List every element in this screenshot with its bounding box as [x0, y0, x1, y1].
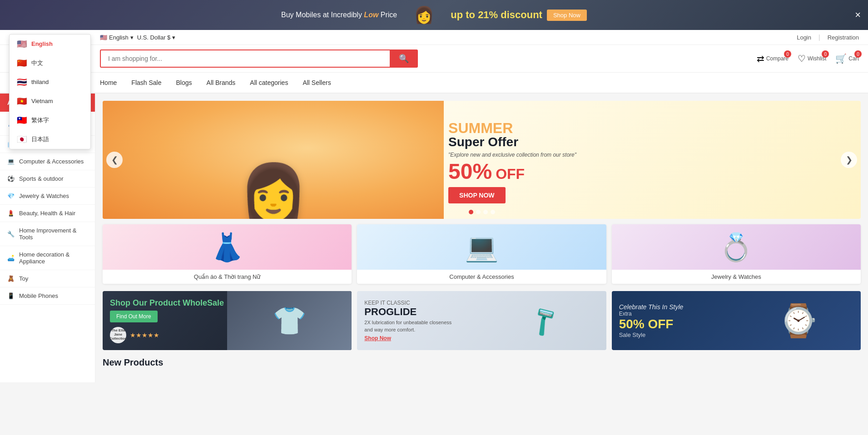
registration-link[interactable]: Registration: [828, 34, 859, 41]
cat-image-women: 👗: [103, 224, 352, 270]
close-banner-button[interactable]: ×: [855, 9, 861, 21]
lang-option-chinese[interactable]: 🇨🇳 中文: [10, 54, 90, 73]
banner-shop-now-button[interactable]: Shop Now: [547, 10, 587, 21]
promo-wholesale-text: Shop Our Product WholeSale Find Out More…: [103, 291, 231, 350]
new-products-title: New Products: [103, 357, 861, 368]
lang-currency-area: 🇺🇸 English 🇨🇳 中文 🇹🇭 thiland 🇻🇳 Vietnam 🇹…: [9, 34, 175, 41]
lang-label-traditional: 繁体字: [31, 116, 49, 124]
rating-stars: ★★★★★: [130, 331, 159, 339]
nav-home[interactable]: Home: [100, 73, 117, 93]
sidebar-item-beauty[interactable]: 💄 Beauty, Health & Hair: [0, 205, 95, 222]
sidebar-item-home-decoration[interactable]: 🛋️ Home decoration & Appliance: [0, 246, 95, 270]
slider-dot-3[interactable]: [483, 210, 488, 214]
currency-selector-button[interactable]: U.S. Dollar $ ▾: [137, 34, 176, 41]
lang-option-thailand[interactable]: 🇹🇭 thiland: [10, 73, 90, 92]
sidebar-label-mobile: Mobile Phones: [19, 292, 58, 299]
slider-prev-button[interactable]: ❮: [106, 152, 123, 168]
banner-text: Buy Mobiles at Incredibly Low Price: [281, 11, 397, 19]
slider-dot-4[interactable]: [491, 210, 495, 214]
search-input[interactable]: [100, 49, 390, 68]
banner-shop-now-button[interactable]: SHOP NOW: [448, 187, 506, 203]
sidebar-label-jewelry: Jewelry & Watches: [19, 193, 69, 199]
category-card-computer[interactable]: 💻 Computer & Accessories: [357, 224, 606, 284]
sidebar-item-toy[interactable]: 🧸 Toy: [0, 270, 95, 287]
cart-icon: 🛒: [835, 53, 847, 64]
brand-badge: The Ella Jane Collection: [110, 327, 126, 343]
language-selector-button[interactable]: 🇺🇸 English ▾: [100, 34, 134, 41]
category-card-jewelry[interactable]: 💍 Jewelry & Watches: [612, 224, 861, 284]
flag-cn: 🇨🇳: [17, 58, 27, 68]
sports-icon: ⚽: [7, 175, 15, 182]
razor-desc1: 2X lubrication for unbeatable closeness: [364, 320, 451, 325]
home-improvement-icon: 🔧: [7, 231, 15, 237]
banner-image-area: 👩: [103, 101, 444, 219]
sidebar-item-sports[interactable]: ⚽ Sports & outdoor: [0, 170, 95, 188]
razor-brand: PROGLIDE: [364, 306, 451, 318]
compare-badge: 0: [784, 50, 791, 58]
wishlist-icon: ♡: [798, 53, 806, 64]
jewelry-icon: 💎: [7, 193, 15, 199]
category-card-women[interactable]: 👗 Quần áo & Thời trang Nữ: [103, 224, 352, 284]
search-button[interactable]: 🔍: [390, 49, 418, 68]
banner-slider: 👩 SUMMER Super Offer "Explore new and ex…: [103, 101, 861, 219]
sidebar-label-computer: Computer & Accessories: [19, 158, 84, 165]
lang-label-vietnam: Vietnam: [31, 98, 53, 104]
find-out-button[interactable]: Find Out More: [110, 311, 158, 322]
lang-option-english[interactable]: 🇺🇸 English: [10, 35, 90, 54]
cat-label-jewelry: Jewelry & Watches: [612, 270, 861, 284]
language-dropdown: 🇺🇸 English 🇨🇳 中文 🇹🇭 thiland 🇻🇳 Vietnam 🇹…: [9, 34, 91, 149]
flag-jp: 🇯🇵: [17, 134, 27, 144]
promo-watch-text: Celebrate This In Style Extra 50% OFF Sa…: [612, 296, 691, 346]
nav-all-categories[interactable]: All categories: [250, 73, 288, 93]
sidebar-item-home-improvement[interactable]: 🔧 Home Improvement & Tools: [0, 222, 95, 246]
lang-option-vietnam[interactable]: 🇻🇳 Vietnam: [10, 92, 90, 111]
promo-razor-card[interactable]: KEEP IT CLASSIC PROGLIDE 2X lubrication …: [357, 291, 606, 350]
cart-badge: 0: [854, 50, 862, 58]
banner-off-text: OFF: [496, 166, 525, 183]
new-products-section: New Products: [103, 357, 861, 368]
cat-label-computer: Computer & Accessories: [357, 270, 606, 284]
low-text: Low: [364, 11, 378, 19]
flag-selected: 🇺🇸: [100, 34, 107, 41]
beauty-icon: 💄: [7, 210, 15, 217]
sidebar-label-sports: Sports & outdoor: [19, 175, 64, 182]
discount-text: up to 21% discount: [451, 9, 542, 21]
flag-us: 🇺🇸: [17, 39, 27, 49]
slider-dot-2[interactable]: [476, 210, 481, 214]
nav-blogs[interactable]: Blogs: [176, 73, 192, 93]
login-link[interactable]: Login: [797, 34, 811, 41]
watch-discount: 50% OFF: [619, 317, 684, 331]
sidebar-item-mobile[interactable]: 📱 Mobile Phones: [0, 287, 95, 305]
promo-wholesale-card[interactable]: Shop Our Product WholeSale Find Out More…: [103, 291, 352, 350]
nav-flash-sale[interactable]: Flash Sale: [131, 73, 161, 93]
wishlist-button[interactable]: ♡ 0 Wishlist: [798, 53, 826, 64]
sidebar-item-jewelry[interactable]: 💎 Jewelry & Watches: [0, 188, 95, 205]
top-banner: Buy Mobiles at Incredibly Low Price 👩 up…: [0, 0, 868, 30]
toy-icon: 🧸: [7, 275, 15, 282]
cart-button[interactable]: 🛒 0 Cart: [835, 53, 859, 64]
wholesale-title: Shop Our Product WholeSale: [110, 298, 224, 308]
cat-image-jewelry: 💍: [612, 224, 861, 270]
nav-all-sellers[interactable]: All Sellers: [303, 73, 331, 93]
sidebar-item-computer[interactable]: 💻 Computer & Accessories: [0, 153, 95, 170]
header-top: 🇺🇸 English 🇨🇳 中文 🇹🇭 thiland 🇻🇳 Vietnam 🇹…: [0, 30, 868, 45]
watch-sale-style: Sale Style: [619, 331, 684, 338]
slider-dots: [469, 210, 495, 214]
promo-row: Shop Our Product WholeSale Find Out More…: [103, 291, 861, 350]
header-icons: ⇄ 0 Compare ♡ 0 Wishlist 🛒 0 Cart: [743, 53, 859, 64]
nav-all-brands[interactable]: All Brands: [207, 73, 236, 93]
lang-label-thailand: thiland: [31, 79, 49, 85]
language-label: English: [109, 34, 129, 41]
search-area: 🔍 ⇄ 0 Compare ♡ 0 Wishlist 🛒 0 Cart: [0, 45, 868, 73]
lang-option-traditional[interactable]: 🇹🇼 繁体字: [10, 111, 90, 130]
lang-option-japanese[interactable]: 🇯🇵 日本語: [10, 130, 90, 149]
lang-label-chinese: 中文: [31, 59, 43, 67]
sidebar-label-toy: Toy: [19, 275, 28, 282]
razor-shop-now-link[interactable]: Shop Now: [364, 335, 391, 341]
mobile-icon: 📱: [7, 292, 15, 299]
slider-dot-1[interactable]: [469, 210, 473, 214]
banner-quote: "Explore new and exclusive collection fr…: [448, 152, 852, 158]
promo-watch-card[interactable]: Celebrate This In Style Extra 50% OFF Sa…: [612, 291, 861, 350]
slider-next-button[interactable]: ❯: [841, 152, 857, 168]
compare-button[interactable]: ⇄ 0 Compare: [757, 53, 789, 64]
